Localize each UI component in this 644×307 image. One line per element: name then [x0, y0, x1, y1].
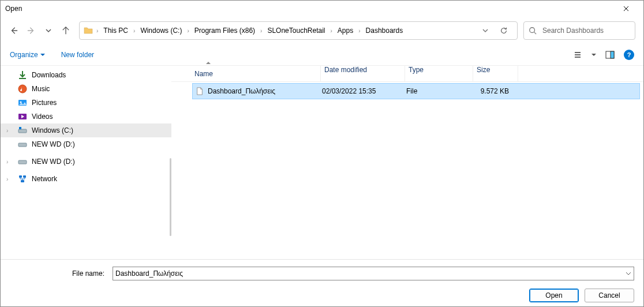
caret-down-icon[interactable] [591, 53, 596, 57]
file-name-text: Dashboard_Πωλήσεις [208, 87, 275, 95]
drive-icon [18, 157, 27, 166]
chevron-right-icon[interactable]: › [358, 28, 361, 34]
sidebar-item-new-wd-d[interactable]: NEW WD (D:) [1, 137, 171, 151]
file-size-cell: 9.572 KB [471, 87, 512, 95]
svg-rect-8 [19, 127, 21, 129]
sidebar-item-music[interactable]: Music [1, 82, 171, 96]
organize-button[interactable]: Organize [10, 51, 45, 59]
cancel-button[interactable]: Cancel [585, 289, 634, 302]
breadcrumb-segment[interactable]: Apps [335, 27, 355, 35]
window-title: Open [5, 5, 22, 13]
toolbar: Organize New folder ? [1, 44, 643, 65]
arrow-left-icon [10, 27, 18, 35]
chevron-down-icon[interactable] [626, 271, 631, 276]
breadcrumb-segment[interactable]: This PC [101, 27, 130, 35]
dialog-footer: File name: Dashboard_Πωλήσεις Open Cance… [1, 259, 643, 307]
caret-down-icon [40, 53, 45, 57]
sidebar-item-pictures[interactable]: Pictures [1, 96, 171, 110]
sidebar-item-windows-c[interactable]: › Windows (C:) [1, 123, 171, 137]
sidebar-item-label: NEW WD (D:) [32, 140, 75, 148]
breadcrumb-segment[interactable]: Dashboards [364, 27, 406, 35]
file-name-cell: Dashboard_Πωλήσεις [193, 87, 319, 96]
svg-rect-11 [19, 175, 22, 178]
svg-rect-12 [23, 175, 26, 178]
column-header-date[interactable]: Date modified [320, 66, 405, 81]
arrow-up-icon [62, 27, 70, 35]
svg-rect-9 [18, 143, 27, 147]
svg-rect-7 [18, 129, 27, 133]
up-button[interactable] [61, 25, 71, 36]
chevron-down-icon [482, 28, 488, 33]
back-button[interactable] [9, 25, 19, 36]
download-icon [18, 70, 27, 80]
open-button[interactable]: Open [529, 289, 579, 302]
folder-icon [83, 25, 93, 36]
breadcrumb-segment[interactable]: Program Files (x86) [192, 27, 257, 35]
svg-rect-10 [18, 160, 27, 164]
svg-rect-2 [611, 51, 614, 58]
sidebar-item-label: Music [32, 85, 50, 93]
network-icon [18, 174, 27, 184]
svg-point-3 [18, 85, 27, 93]
expander-icon[interactable]: › [6, 176, 8, 182]
sidebar-item-label: Downloads [32, 71, 66, 79]
filename-combobox[interactable]: Dashboard_Πωλήσεις [113, 267, 634, 280]
chevron-down-icon [46, 28, 51, 33]
column-headers: Name Date modified Type Size [171, 66, 643, 82]
arrow-right-icon [27, 27, 35, 35]
music-icon [18, 84, 27, 93]
breadcrumb-segment[interactable]: Windows (C:) [138, 27, 184, 35]
sidebar-resize-handle[interactable] [170, 158, 171, 236]
refresh-button[interactable] [499, 25, 509, 36]
preview-pane-button[interactable] [604, 49, 616, 61]
search-placeholder: Search Dashboards [542, 27, 604, 35]
file-row[interactable]: Dashboard_Πωλήσεις 02/03/2022 15:35 File… [192, 83, 640, 99]
expander-icon[interactable]: › [6, 159, 8, 165]
close-button[interactable] [613, 1, 639, 17]
pictures-icon [18, 98, 27, 107]
expander-icon[interactable]: › [6, 128, 8, 134]
chevron-right-icon[interactable]: › [330, 28, 333, 34]
chevron-right-icon[interactable]: › [96, 28, 99, 34]
filename-row: File name: Dashboard_Πωλήσεις [10, 267, 634, 280]
svg-point-0 [530, 28, 535, 33]
body: Downloads Music Pictures Videos › Window… [1, 65, 643, 259]
column-header-size[interactable]: Size [473, 66, 518, 81]
drive-icon [18, 140, 27, 149]
search-icon [529, 27, 537, 35]
refresh-icon [500, 27, 508, 35]
breadcrumb-segment[interactable]: SLOneTouchRetail [265, 27, 327, 35]
sidebar-item-label: Network [32, 175, 57, 183]
sidebar-item-downloads[interactable]: Downloads [1, 68, 171, 82]
forward-button[interactable] [26, 25, 36, 36]
chevron-right-icon[interactable]: › [186, 28, 189, 34]
help-button[interactable]: ? [624, 50, 634, 60]
filename-label: File name: [10, 269, 108, 278]
drive-icon [18, 126, 27, 135]
svg-rect-13 [21, 180, 24, 182]
new-folder-button[interactable]: New folder [61, 51, 94, 59]
view-options-button[interactable] [572, 49, 583, 61]
preview-pane-icon [605, 50, 615, 59]
sidebar-item-new-wd-d-2[interactable]: › NEW WD (D:) [1, 155, 171, 169]
search-input[interactable]: Search Dashboards [523, 21, 635, 40]
column-header-type[interactable]: Type [405, 66, 473, 81]
sidebar-item-label: Pictures [32, 99, 57, 107]
sidebar: Downloads Music Pictures Videos › Window… [1, 66, 171, 259]
address-bar[interactable]: › This PC › Windows (C:) › Program Files… [79, 21, 518, 40]
column-header-name[interactable]: Name [171, 70, 320, 78]
sidebar-item-videos[interactable]: Videos [1, 110, 171, 123]
file-type-cell: File [403, 87, 471, 95]
recent-locations-button[interactable] [43, 25, 54, 36]
close-icon [623, 6, 629, 12]
sidebar-item-label: Videos [32, 113, 53, 121]
nav-bar: › This PC › Windows (C:) › Program Files… [1, 20, 643, 41]
organize-label: Organize [10, 51, 38, 59]
nav-buttons [9, 25, 71, 36]
chevron-right-icon[interactable]: › [133, 28, 136, 34]
sidebar-item-network[interactable]: › Network [1, 172, 171, 186]
filename-value: Dashboard_Πωλήσεις [115, 269, 183, 278]
address-dropdown-button[interactable] [480, 25, 491, 36]
videos-icon [18, 112, 27, 121]
chevron-right-icon[interactable]: › [260, 28, 263, 34]
